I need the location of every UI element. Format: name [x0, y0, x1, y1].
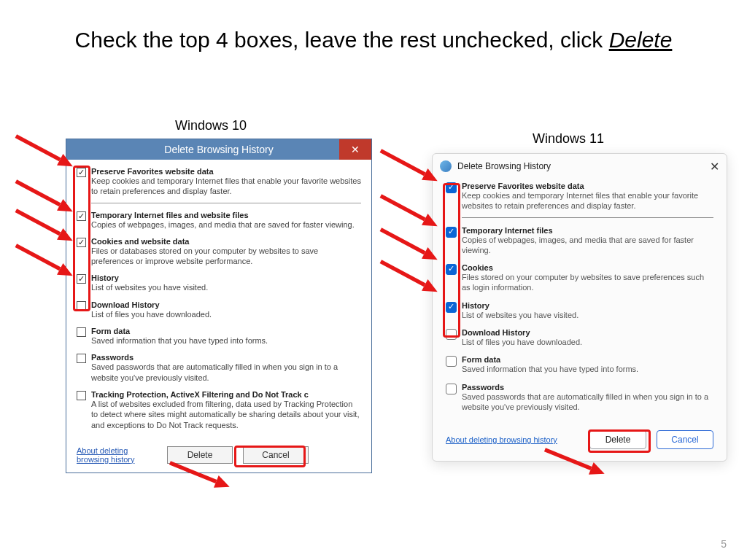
dialog-body-win10: Preserve Favorites website dataKeep cook… [66, 160, 371, 443]
checkbox-item-win10: Tracking Protection, ActiveX Filtering a… [77, 390, 361, 430]
dialog-footer-win10: About deleting browsing history Delete C… [66, 443, 371, 472]
svg-line-4 [16, 211, 60, 234]
checkbox[interactable] [446, 302, 457, 313]
svg-line-8 [381, 151, 425, 174]
svg-line-14 [381, 262, 425, 285]
checkbox[interactable] [446, 384, 457, 394]
checkbox-description: List of websites you have visited. [91, 282, 361, 292]
checkbox[interactable] [77, 274, 86, 284]
checkbox-label: Cookies and website data [91, 237, 361, 246]
checkbox-label: Temporary Internet files and website fil… [91, 211, 361, 219]
checkbox-description: Keep cookies and temporary Internet file… [462, 190, 713, 211]
checkbox-item-win11: CookiesFiles stored on your computer by … [446, 263, 713, 293]
delete-button-label: Delete [187, 450, 213, 460]
checkbox[interactable] [446, 264, 457, 275]
svg-line-12 [381, 230, 425, 253]
dialog-body-win11: Preserve Favorites website dataKeep cook… [433, 179, 727, 424]
checkbox[interactable] [77, 211, 86, 221]
checkbox-description: List of files you have downloaded. [462, 337, 713, 347]
checkbox-description: Copies of webpages, images, and media th… [462, 235, 713, 256]
svg-line-0 [16, 136, 60, 160]
checkbox-item-win11: Download HistoryList of files you have d… [446, 328, 713, 347]
svg-line-10 [381, 196, 425, 219]
title-text-win11: Delete Browsing History [457, 161, 551, 171]
checkbox-label: Download History [462, 328, 713, 337]
checkbox-description: A list of websites excluded from filteri… [91, 399, 361, 430]
checkbox-item-win10: Preserve Favorites website dataKeep cook… [77, 167, 361, 203]
checkbox-label: Cookies [462, 263, 713, 272]
checkbox[interactable] [77, 301, 86, 311]
delete-button-label: Delete [605, 435, 631, 445]
dialog-delete-history-win11: Delete Browsing History ✕ Preserve Favor… [432, 153, 727, 462]
label-windows-10: Windows 10 [175, 118, 247, 133]
cancel-button-label: Cancel [671, 435, 698, 445]
about-link-win11[interactable]: About deleting browsing history [446, 435, 579, 444]
checkbox-item-win11: PasswordsSaved passwords that are automa… [446, 383, 713, 413]
page-number: 5 [721, 538, 727, 550]
checkbox-description: Files stored on your computer by website… [462, 272, 713, 293]
checkbox[interactable] [77, 238, 86, 247]
checkbox[interactable] [77, 354, 86, 363]
svg-line-6 [16, 246, 60, 269]
ie-icon [440, 160, 452, 172]
svg-line-2 [16, 182, 60, 205]
checkbox[interactable] [446, 356, 457, 367]
checkbox-item-win10: HistoryList of websites you have visited… [77, 273, 361, 292]
cancel-button-win11[interactable]: Cancel [657, 430, 713, 449]
checkbox[interactable] [77, 391, 86, 400]
titlebar-win11: Delete Browsing History ✕ [433, 154, 727, 179]
svg-marker-19 [589, 462, 607, 480]
close-icon: ✕ [710, 160, 719, 173]
checkbox-item-win10: Download HistoryList of files you have d… [77, 300, 361, 319]
slide-title: Check the top 4 boxes, leave the rest un… [29, 26, 718, 54]
cancel-button-label: Cancel [262, 450, 289, 460]
checkbox-label: Download History [91, 300, 361, 309]
checkbox-description: List of files you have downloaded. [91, 309, 361, 319]
close-button-win10[interactable]: ✕ [339, 139, 371, 160]
checkbox-item-win11: HistoryList of websites you have visited… [446, 301, 713, 320]
checkbox-item-win10: Cookies and website dataFiles or databas… [77, 237, 361, 267]
checkbox-item-win11: Form dataSaved information that you have… [446, 355, 713, 374]
checkbox-label: Temporary Internet files [462, 226, 713, 235]
label-windows-11: Windows 11 [533, 131, 604, 147]
checkbox[interactable] [446, 329, 457, 340]
dialog-delete-history-win10: Delete Browsing History ✕ Preserve Favor… [66, 139, 372, 473]
checkbox-label: Tracking Protection, ActiveX Filtering a… [91, 390, 361, 399]
checkbox-description: Copies of webpages, images, and media th… [91, 219, 361, 230]
checkbox[interactable] [77, 168, 86, 177]
delete-button-win10[interactable]: Delete [167, 446, 233, 464]
checkbox-description: Saved information that you have typed in… [91, 335, 361, 346]
checkbox-description: Files or databases stored on your comput… [91, 246, 361, 267]
svg-marker-17 [214, 475, 232, 493]
checkbox-description: Saved passwords that are automatically f… [91, 362, 361, 383]
checkbox-item-win10: PasswordsSaved passwords that are automa… [77, 353, 361, 383]
checkbox-label: Form data [91, 327, 361, 335]
titlebar-win10: Delete Browsing History ✕ [66, 139, 371, 160]
checkbox[interactable] [446, 182, 457, 193]
checkbox-label: Form data [462, 355, 713, 364]
title-text: Check the top 4 boxes, leave the rest un… [75, 28, 609, 52]
checkbox-item-win11: Preserve Favorites website dataKeep cook… [446, 182, 713, 218]
checkbox-label: Passwords [462, 383, 713, 392]
checkbox-description: Saved information that you have typed in… [462, 364, 713, 374]
delete-button-win11[interactable]: Delete [589, 430, 646, 449]
checkbox-description: List of websites you have visited. [462, 310, 713, 320]
checkbox-description: Keep cookies and temporary Internet file… [91, 176, 361, 197]
checkbox[interactable] [446, 227, 457, 238]
title-text-win10: Delete Browsing History [164, 144, 273, 155]
checkbox-item-win10: Form dataSaved information that you have… [77, 327, 361, 346]
title-action: Delete [609, 28, 673, 52]
checkbox-label: Preserve Favorites website data [91, 167, 361, 176]
about-link-win10[interactable]: About deleting browsing history [77, 446, 157, 464]
dialog-footer-win11: About deleting browsing history Delete C… [433, 424, 727, 461]
checkbox[interactable] [77, 327, 86, 337]
cancel-button-win10[interactable]: Cancel [243, 446, 309, 464]
close-button-win11[interactable]: ✕ [710, 160, 719, 174]
checkbox-label: History [91, 273, 361, 282]
checkbox-item-win11: Temporary Internet filesCopies of webpag… [446, 226, 713, 256]
checkbox-item-win10: Temporary Internet files and website fil… [77, 211, 361, 230]
checkbox-label: Passwords [91, 353, 361, 362]
checkbox-label: Preserve Favorites website data [462, 182, 713, 190]
close-icon: ✕ [351, 139, 360, 160]
checkbox-label: History [462, 301, 713, 310]
